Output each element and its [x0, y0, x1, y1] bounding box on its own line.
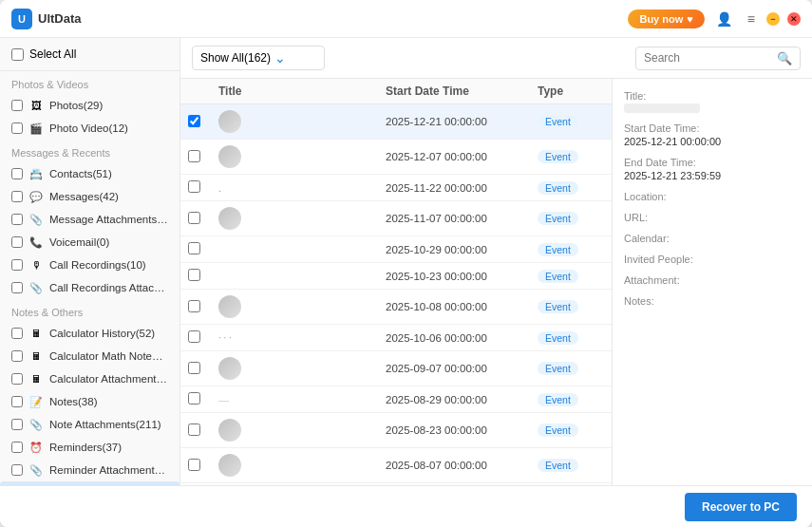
table-row[interactable]: 2025-09-07 00:00:00 Event [180, 351, 612, 386]
detail-invited-row: Invited People: [624, 254, 801, 265]
table-row[interactable]: 2025-10-23 00:00:00 Event [180, 263, 612, 290]
voicemail-checkbox[interactable] [11, 236, 23, 248]
reminders-checkbox[interactable] [11, 442, 23, 453]
row-type-9: Event [538, 363, 604, 374]
avatar [218, 419, 241, 442]
titlebar: U UltData Buy now ♥ 👤 ≡ − ✕ [0, 0, 812, 38]
call-rec-icon: 🎙 [28, 257, 44, 273]
sidebar-item-voicemail[interactable]: 📞 Voicemail(0) [0, 231, 179, 254]
row-title-7 [218, 295, 386, 318]
th-title: Title [218, 85, 386, 98]
call-rec-attach-checkbox[interactable] [11, 282, 23, 293]
detail-notes-row: Notes: [624, 295, 801, 307]
sidebar-section-notes: Notes & Others 🖩 Calculator History(52) … [0, 299, 179, 485]
row-check-10[interactable] [188, 392, 218, 406]
show-all-dropdown[interactable]: Show All(162) ⌄ [192, 46, 325, 70]
menu-icon[interactable]: ≡ [744, 9, 759, 28]
calc-hist-checkbox[interactable] [11, 328, 23, 339]
avatar [218, 110, 241, 133]
row-type-5: Event [538, 244, 604, 255]
detail-url-row: URL: [624, 212, 801, 223]
contacts-label: Contacts(51) [49, 168, 112, 179]
sidebar-item-messages[interactable]: 💬 Messages(42) [0, 185, 179, 208]
close-button[interactable]: ✕ [787, 12, 801, 26]
table-row[interactable]: 2025-08-23 00:00:00 Event [180, 413, 612, 448]
sidebar-item-msg-attachments[interactable]: 📎 Message Attachments(16) [0, 208, 179, 231]
sidebar-item-call-recordings[interactable]: 🎙 Call Recordings(10) [0, 254, 179, 276]
table-row[interactable]: 2025-10-29 00:00:00 Event [180, 236, 612, 263]
msg-attach-icon: 📎 [28, 212, 44, 227]
row-check-9[interactable] [188, 362, 218, 376]
calc-attach-icon: 🖩 [28, 371, 44, 386]
row-check-12[interactable] [188, 459, 218, 473]
search-input[interactable] [644, 51, 777, 65]
row-check-3[interactable] [188, 180, 218, 195]
reminder-attach-checkbox[interactable] [11, 464, 23, 476]
select-all-checkbox[interactable] [11, 48, 24, 61]
sidebar-item-notes[interactable]: 📝 Notes(38) [0, 390, 179, 413]
table-row[interactable]: 2025-12-21 00:00:00 Event [180, 104, 612, 140]
table-area: Title Start Date Time Type 2025-12-21 00… [180, 79, 812, 485]
minimize-button[interactable]: − [766, 12, 780, 26]
table-left: Title Start Date Time Type 2025-12-21 00… [180, 79, 613, 485]
reminders-icon: ⏰ [28, 440, 44, 455]
table-row[interactable]: 2025-11-07 00:00:00 Event [180, 201, 612, 236]
contacts-checkbox[interactable] [11, 168, 23, 179]
avatar [218, 207, 241, 230]
select-all-label: Select All [29, 47, 76, 61]
photo-video-checkbox[interactable] [11, 122, 23, 134]
search-icon: 🔍 [777, 51, 792, 66]
row-check-6[interactable] [188, 269, 218, 283]
sidebar-item-calculator-math[interactable]: 🖩 Calculator Math Notes(6) [0, 345, 179, 367]
avatar [218, 295, 241, 318]
sidebar-item-note-attachments[interactable]: 📎 Note Attachments(211) [0, 413, 179, 436]
row-title-2 [218, 145, 386, 168]
row-check-11[interactable] [188, 423, 218, 438]
sidebar-item-photos[interactable]: 🖼 Photos(29) [0, 94, 179, 117]
sidebar-item-photo-video[interactable]: 🎬 Photo Video(12) [0, 117, 179, 140]
row-check-8[interactable] [188, 330, 218, 345]
table-row[interactable]: · · · 2025-10-06 00:00:00 Event [180, 325, 612, 351]
notes-checkbox[interactable] [11, 396, 23, 407]
row-check-2[interactable] [188, 150, 218, 164]
note-attach-label: Note Attachments(211) [49, 419, 161, 430]
calc-attach-checkbox[interactable] [11, 373, 23, 385]
row-check-1[interactable] [188, 115, 218, 129]
detail-attachment-label: Attachment: [624, 274, 801, 286]
sidebar-item-calculator-attach[interactable]: 🖩 Calculator Attachments(30) [0, 367, 179, 390]
sidebar-header: Select All [0, 38, 179, 71]
sidebar-item-reminder-attachments[interactable]: 📎 Reminder Attachments(27) [0, 459, 179, 481]
row-check-7[interactable] [188, 300, 218, 314]
row-type-2: Event [538, 151, 604, 162]
row-check-5[interactable] [188, 242, 218, 256]
call-rec-checkbox[interactable] [11, 259, 23, 271]
row-title-10: — [218, 394, 386, 405]
table-row[interactable]: 2025-12-07 00:00:00 Event [180, 140, 612, 175]
toolbar: Show All(162) ⌄ 🔍 [180, 38, 812, 79]
table-row[interactable]: — 2025-08-29 00:00:00 Event [180, 386, 612, 413]
sidebar-item-calculator-history[interactable]: 🖩 Calculator History(52) [0, 322, 179, 345]
table-row[interactable]: . 2025-11-22 00:00:00 Event [180, 175, 612, 201]
note-attach-checkbox[interactable] [11, 419, 23, 430]
row-title-8: · · · [218, 332, 386, 343]
photos-checkbox[interactable] [11, 100, 23, 111]
row-title-4 [218, 207, 386, 230]
sidebar-item-contacts[interactable]: 📇 Contacts(51) [0, 162, 179, 185]
row-date-3: 2025-11-22 00:00:00 [386, 182, 538, 194]
table-header: Title Start Date Time Type [180, 79, 612, 104]
msg-attach-checkbox[interactable] [11, 214, 23, 225]
table-row[interactable]: 2025-10-08 00:00:00 Event [180, 290, 612, 325]
row-check-4[interactable] [188, 212, 218, 226]
avatar [218, 145, 241, 168]
sidebar-item-reminders[interactable]: ⏰ Reminders(37) [0, 436, 179, 459]
detail-invited-label: Invited People: [624, 254, 801, 265]
user-icon[interactable]: 👤 [712, 9, 736, 28]
buy-now-button[interactable]: Buy now ♥ [628, 9, 704, 28]
detail-end-label: End Date Time: [624, 157, 801, 168]
sidebar-item-call-rec-attach[interactable]: 📎 Call Recordings Attachment... [0, 276, 179, 299]
table-row[interactable]: 2025-08-07 00:00:00 Event [180, 448, 612, 483]
recover-to-pc-button[interactable]: Recover to PC [685, 493, 797, 521]
calc-math-checkbox[interactable] [11, 350, 23, 362]
avatar [218, 454, 241, 477]
messages-checkbox[interactable] [11, 191, 23, 202]
